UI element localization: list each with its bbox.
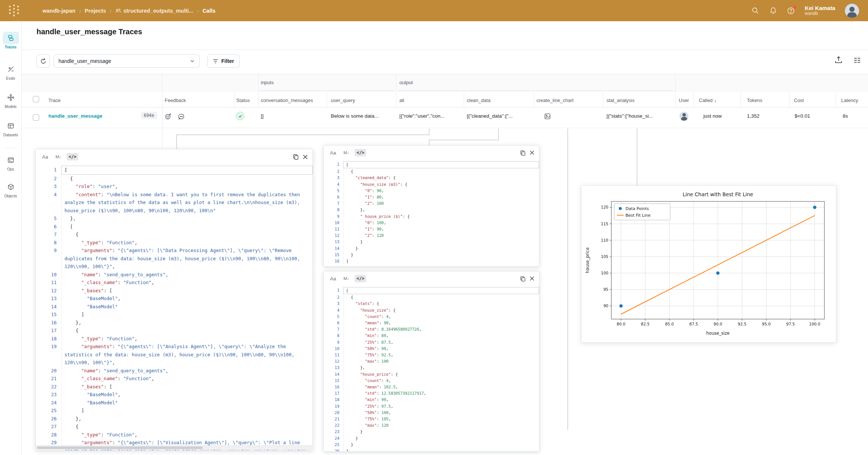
svg-text:82.5: 82.5 (641, 322, 649, 326)
copy-icon[interactable] (293, 154, 299, 160)
filter-button[interactable]: Filter (207, 54, 240, 68)
code-line: 4 "content": "\nBelow is some data. I wa… (36, 191, 313, 215)
column-header-feedback[interactable]: Feedback (165, 98, 186, 103)
connector-line (567, 128, 568, 430)
code-editor: 1[2 {3 "role": "user",4 "content": "\nBe… (36, 164, 313, 450)
code-line: 23 "BaseModel", (36, 391, 313, 399)
column-settings-icon[interactable] (853, 56, 861, 66)
code-mode-button[interactable]: </> (355, 275, 366, 282)
cell-clean-data[interactable]: [{"cleaned_data":{"... (467, 113, 531, 119)
code-line: 10 "name": "send_query_to_agents", (36, 271, 313, 279)
code-line: 25 ] (36, 407, 313, 415)
column-header-tokens[interactable]: Tokens (747, 98, 762, 103)
comment-icon[interactable] (178, 113, 185, 121)
svg-text:Best Fit Line: Best Fit Line (625, 213, 650, 218)
notifications-bell-icon[interactable] (769, 7, 777, 15)
sidebar-item-traces[interactable]: Traces (0, 32, 21, 49)
column-header-all[interactable]: all (399, 98, 404, 103)
svg-text:95.0: 95.0 (762, 322, 770, 326)
row-user-avatar[interactable] (679, 112, 688, 121)
code-line: 11 "1": 90, (324, 226, 539, 232)
copy-icon[interactable] (520, 150, 526, 156)
copy-icon[interactable] (520, 276, 526, 281)
sidebar-item-evals[interactable]: Evals (0, 63, 21, 80)
text-mode-button[interactable]: Aa (328, 149, 338, 157)
column-header-user-query[interactable]: user_query (331, 98, 355, 103)
code-line: 6 "mean": 90, (324, 320, 539, 326)
add-reaction-icon[interactable] (165, 113, 172, 121)
column-header-stat-analysis[interactable]: stat_analysis (606, 98, 634, 103)
code-line: 9 "arguments": "{\"agents\": [\"Data Pro… (36, 246, 313, 271)
panel-toolbar: Aa M↓ </> (36, 149, 313, 165)
close-icon[interactable] (302, 154, 308, 160)
code-line: 7 { (36, 230, 313, 239)
sidebar-item-ops[interactable]: Ops (0, 154, 21, 171)
breadcrumb-project[interactable]: structured_outputs_multi... (115, 8, 193, 14)
code-line: 21 "_class_name": "Function", (36, 375, 313, 383)
code-line: 3 "role": "user", (36, 182, 313, 191)
column-header-called[interactable]: Called↓ (699, 98, 716, 103)
column-header-create-line-chart[interactable]: create_line_chart (536, 98, 574, 103)
help-icon[interactable] (787, 7, 795, 15)
breadcrumb-section[interactable]: Calls (203, 8, 216, 14)
wandb-logo-icon[interactable] (8, 4, 21, 17)
user-avatar[interactable] (845, 4, 859, 18)
ops-icon (3, 154, 19, 166)
horizontal-scrollbar[interactable] (36, 445, 312, 450)
op-selector-value: handle_user_message (58, 58, 111, 64)
column-header-cost[interactable]: Cost (794, 98, 804, 103)
trace-id-badge[interactable]: 694e (141, 112, 157, 119)
text-mode-button[interactable]: Aa (328, 275, 338, 283)
column-header-user[interactable]: User (679, 98, 689, 103)
column-header-trace[interactable]: Trace (48, 98, 61, 103)
breadcrumb-separator: › (197, 8, 199, 14)
column-divider (675, 74, 676, 107)
filter-label: Filter (221, 58, 234, 64)
sidebar-item-datasets[interactable]: Datasets (0, 120, 21, 137)
code-line: 27 { (36, 423, 313, 431)
breadcrumb-projects[interactable]: Projects (85, 8, 106, 14)
svg-text:105: 105 (601, 254, 608, 259)
breadcrumb-org[interactable]: wandb-japan (42, 8, 76, 14)
markdown-mode-button[interactable]: M↓ (342, 275, 351, 282)
code-line: 3 "cleaned_data": { (324, 175, 539, 181)
export-icon[interactable] (834, 56, 843, 66)
cell-all[interactable]: [{"role":"user","con... (399, 113, 462, 119)
markdown-mode-button[interactable]: M↓ (54, 153, 63, 160)
close-icon[interactable] (529, 276, 535, 281)
code-line: 14 "BaseModel" (36, 303, 313, 311)
markdown-mode-button[interactable]: M↓ (342, 149, 351, 156)
close-icon[interactable] (529, 150, 535, 155)
select-all-checkbox[interactable] (33, 96, 39, 102)
cell-conversation-messages[interactable]: [] (261, 113, 324, 119)
code-line: 11 "75%": 92.5, (324, 352, 539, 358)
code-line: 6 "1": 80, (324, 194, 539, 200)
column-header-status[interactable]: Status (236, 98, 250, 103)
code-mode-button[interactable]: </> (355, 149, 366, 156)
code-mode-button[interactable]: </> (67, 153, 78, 160)
code-line: 7 "2": 100 (324, 200, 539, 207)
models-icon (3, 91, 19, 104)
code-line: 12 "max": 100 (324, 358, 539, 365)
svg-text:92.5: 92.5 (738, 322, 746, 326)
column-divider (396, 74, 396, 107)
column-header-clean-data[interactable]: clean_data (467, 98, 491, 103)
cell-user-query[interactable]: Below is some data... (331, 113, 394, 119)
sidebar-item-objects[interactable]: Objects (0, 181, 21, 198)
line-chart-panel[interactable]: 80.082.585.087.590.092.595.097.5100.0909… (581, 185, 836, 343)
sidebar-item-models[interactable]: Models (0, 91, 21, 109)
column-header-conversation-messages[interactable]: conversation_messages (261, 98, 325, 103)
trace-name-link[interactable]: handle_user_message (48, 113, 102, 119)
search-icon[interactable] (751, 7, 759, 15)
code-line: 2 { (324, 168, 539, 175)
column-divider (327, 92, 327, 107)
op-selector-dropdown[interactable]: handle_user_message (54, 54, 200, 68)
row-checkbox[interactable] (33, 114, 39, 121)
cell-stat-analysis[interactable]: [{"stats":{"house_si... (606, 113, 673, 119)
svg-text:87.5: 87.5 (689, 322, 698, 326)
column-header-latency[interactable]: Latency (841, 98, 858, 103)
cell-create-line-chart-image-icon[interactable] (544, 113, 551, 121)
refresh-button[interactable] (37, 54, 50, 68)
text-mode-button[interactable]: Aa (40, 153, 50, 161)
status-success-icon (236, 112, 244, 120)
